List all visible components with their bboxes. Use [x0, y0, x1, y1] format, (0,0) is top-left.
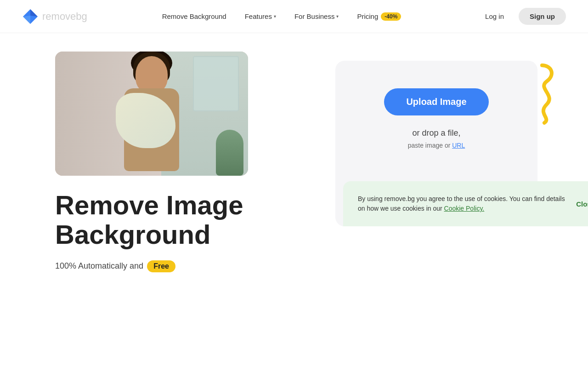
url-link[interactable]: URL	[452, 142, 465, 149]
free-badge: Free	[147, 260, 175, 272]
hero-right: Upload Image or drop a file, paste image…	[322, 52, 551, 226]
cookie-close-button[interactable]: Close	[576, 200, 588, 208]
nav-features[interactable]: Features ▾	[237, 9, 283, 24]
drop-text: or drop a file,	[412, 128, 460, 138]
logo-text: removebg	[42, 11, 87, 23]
svg-marker-2	[23, 16, 30, 24]
nav-pricing[interactable]: Pricing -40%	[350, 9, 408, 24]
nav-remove-background[interactable]: Remove Background	[155, 9, 234, 24]
cookie-text: By using remove.bg you agree to the use …	[358, 194, 565, 213]
logo[interactable]: removebg	[22, 8, 87, 25]
upload-image-button[interactable]: Upload Image	[384, 88, 488, 115]
paste-text: paste image or URL	[408, 142, 465, 149]
hero-title: Remove Image Background	[55, 190, 322, 249]
logo-icon	[22, 8, 39, 25]
hero-subtitle: 100% Automatically and Free	[55, 260, 322, 272]
login-button[interactable]: Log in	[476, 9, 513, 24]
hero-left: Remove Image Background 100% Automatical…	[55, 52, 322, 272]
chevron-down-icon: ▾	[336, 14, 339, 19]
nav-auth: Log in Sign up	[476, 8, 566, 25]
nav-links: Remove Background Features ▾ For Busines…	[155, 9, 409, 24]
discount-badge: -40%	[381, 12, 401, 21]
navbar: removebg Remove Background Features ▾ Fo…	[0, 0, 588, 33]
nav-for-business[interactable]: For Business ▾	[287, 9, 346, 24]
chevron-down-icon: ▾	[274, 14, 276, 19]
hero-image	[55, 52, 248, 176]
cookie-policy-link[interactable]: Cookie Policy.	[444, 205, 485, 212]
svg-marker-1	[30, 9, 38, 17]
main-content: Remove Image Background 100% Automatical…	[0, 33, 588, 368]
signup-button[interactable]: Sign up	[519, 8, 566, 25]
cookie-banner: By using remove.bg you agree to the use …	[343, 181, 588, 226]
